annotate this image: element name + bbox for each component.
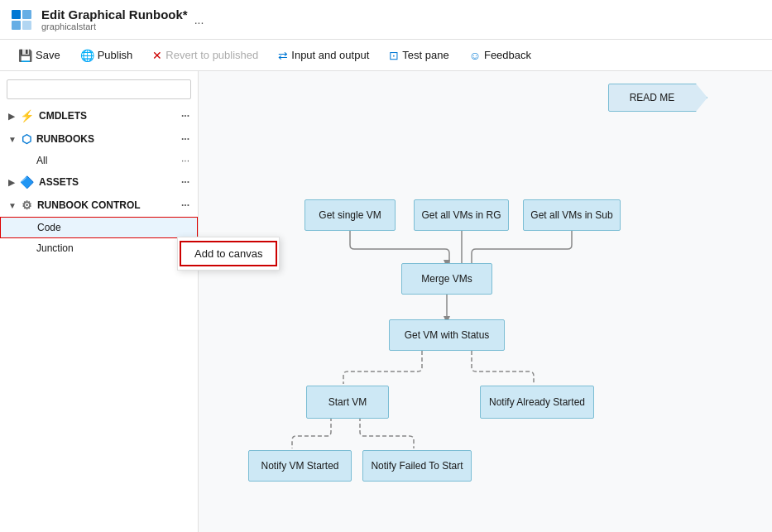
node-readme-label: READ ME <box>630 92 675 103</box>
node-notify-failed-start-label: Notify Failed To Start <box>371 460 463 472</box>
publish-icon: 🌐 <box>80 49 94 62</box>
runbooks-header[interactable]: ▼ ⬡ RUNBOOKS ··· <box>0 127 198 151</box>
runbook-control-label: RUNBOOK CONTROL <box>37 199 141 211</box>
node-start-vm[interactable]: Start VM <box>306 386 389 419</box>
search-input[interactable] <box>7 79 191 99</box>
junction-label: Junction <box>36 242 189 254</box>
add-to-canvas-item[interactable]: Add to canvas <box>180 241 277 266</box>
node-get-all-sub-label: Get all VMs in Sub <box>530 209 612 221</box>
runbook-control-header[interactable]: ▼ ⚙ RUNBOOK CONTROL ··· <box>0 194 198 217</box>
cmdlets-header[interactable]: ▶ ⚡ CMDLETS ··· <box>0 104 198 127</box>
node-start-vm-label: Start VM <box>328 396 367 408</box>
runbook-control-icon: ⚙ <box>22 199 32 212</box>
cmdlets-more[interactable]: ··· <box>181 110 189 122</box>
node-merge-vms[interactable]: Merge VMs <box>401 263 492 295</box>
svg-rect-2 <box>12 21 21 30</box>
input-output-icon: ⇄ <box>278 49 288 62</box>
context-menu: Add to canvas <box>177 237 280 271</box>
app-icon <box>10 8 33 31</box>
main-layout: ▶ ⚡ CMDLETS ··· ▼ ⬡ RUNBOOKS ··· All ··· <box>0 71 772 532</box>
runbook-control-more[interactable]: ··· <box>181 199 189 211</box>
revert-button[interactable]: ✕ Revert to published <box>144 46 266 65</box>
page-subtitle: graphicalstart <box>41 22 188 31</box>
runbooks-more[interactable]: ··· <box>181 133 189 145</box>
node-get-single-vm-label: Get single VM <box>319 209 381 221</box>
title-area: Edit Graphical Runbook* graphicalstart <box>41 7 188 31</box>
publish-button[interactable]: 🌐 Publish <box>72 46 141 65</box>
all-label: All <box>36 155 181 166</box>
svg-rect-1 <box>22 10 31 19</box>
test-pane-icon: ⊡ <box>389 49 399 62</box>
feedback-label: Feedback <box>484 49 531 61</box>
canvas[interactable]: READ ME Get single VM Get all VMs in RG … <box>199 71 772 532</box>
runbooks-chevron: ▼ <box>8 135 17 144</box>
sidebar-section-assets: ▶ 🔷 ASSETS ··· <box>0 170 198 194</box>
svg-rect-0 <box>12 10 21 19</box>
save-label: Save <box>36 49 60 61</box>
page-title: Edit Graphical Runbook* <box>41 7 188 22</box>
feedback-icon: ☺ <box>469 49 481 62</box>
test-pane-button[interactable]: ⊡ Test pane <box>381 46 457 65</box>
revert-icon: ✕ <box>152 49 162 62</box>
sidebar: ▶ ⚡ CMDLETS ··· ▼ ⬡ RUNBOOKS ··· All ··· <box>0 71 199 532</box>
node-get-all-rg-label: Get all VMs in RG <box>421 209 501 221</box>
svg-rect-3 <box>22 21 31 30</box>
runbook-control-chevron: ▼ <box>8 201 17 210</box>
assets-icon: 🔷 <box>20 175 34 189</box>
sidebar-section-cmdlets: ▶ ⚡ CMDLETS ··· <box>0 104 198 127</box>
node-notify-failed-start[interactable]: Notify Failed To Start <box>362 450 472 482</box>
node-notify-already-started[interactable]: Notify Already Started <box>480 386 594 419</box>
publish-label: Publish <box>98 49 133 61</box>
assets-more[interactable]: ··· <box>181 176 189 188</box>
save-button[interactable]: 💾 Save <box>10 46 69 65</box>
input-output-label: Input and output <box>291 49 369 61</box>
runbooks-icon: ⬡ <box>22 132 31 146</box>
node-merge-vms-label: Merge VMs <box>421 273 472 285</box>
sidebar-item-all[interactable]: All ··· <box>0 151 198 170</box>
cmdlets-icon: ⚡ <box>20 109 34 122</box>
assets-header[interactable]: ▶ 🔷 ASSETS ··· <box>0 170 198 194</box>
test-pane-label: Test pane <box>402 49 448 61</box>
sidebar-item-code[interactable]: Code <box>0 217 198 238</box>
node-get-all-sub[interactable]: Get all VMs in Sub <box>523 199 621 231</box>
feedback-button[interactable]: ☺ Feedback <box>461 46 539 65</box>
revert-label: Revert to published <box>165 49 258 61</box>
assets-chevron: ▶ <box>8 178 15 187</box>
sidebar-item-junction[interactable]: Junction <box>0 238 198 258</box>
toolbar: 💾 Save 🌐 Publish ✕ Revert to published ⇄… <box>0 40 772 71</box>
node-get-vm-status-label: Get VM with Status <box>405 329 490 341</box>
node-readme[interactable]: READ ME <box>608 84 707 112</box>
node-notify-vm-started-label: Notify VM Started <box>261 460 338 472</box>
node-get-vm-status[interactable]: Get VM with Status <box>389 319 505 351</box>
runbooks-label: RUNBOOKS <box>36 133 94 145</box>
node-get-all-rg[interactable]: Get all VMs in RG <box>414 199 509 231</box>
header-more-button[interactable]: ... <box>194 13 204 26</box>
node-notify-already-started-label: Notify Already Started <box>489 396 585 408</box>
header: Edit Graphical Runbook* graphicalstart .… <box>0 0 772 40</box>
add-to-canvas-label: Add to canvas <box>194 247 262 260</box>
cmdlets-chevron: ▶ <box>8 112 15 121</box>
node-get-single-vm[interactable]: Get single VM <box>304 199 396 231</box>
sidebar-section-runbooks: ▼ ⬡ RUNBOOKS ··· All ··· <box>0 127 198 170</box>
sidebar-section-runbook-control: ▼ ⚙ RUNBOOK CONTROL ··· Code Junction <box>0 194 198 258</box>
all-more[interactable]: ··· <box>181 155 189 166</box>
assets-label: ASSETS <box>39 176 79 188</box>
node-notify-vm-started[interactable]: Notify VM Started <box>248 450 352 482</box>
save-icon: 💾 <box>18 49 32 62</box>
code-label: Code <box>37 222 189 233</box>
cmdlets-label: CMDLETS <box>39 110 87 122</box>
input-output-button[interactable]: ⇄ Input and output <box>270 46 377 65</box>
